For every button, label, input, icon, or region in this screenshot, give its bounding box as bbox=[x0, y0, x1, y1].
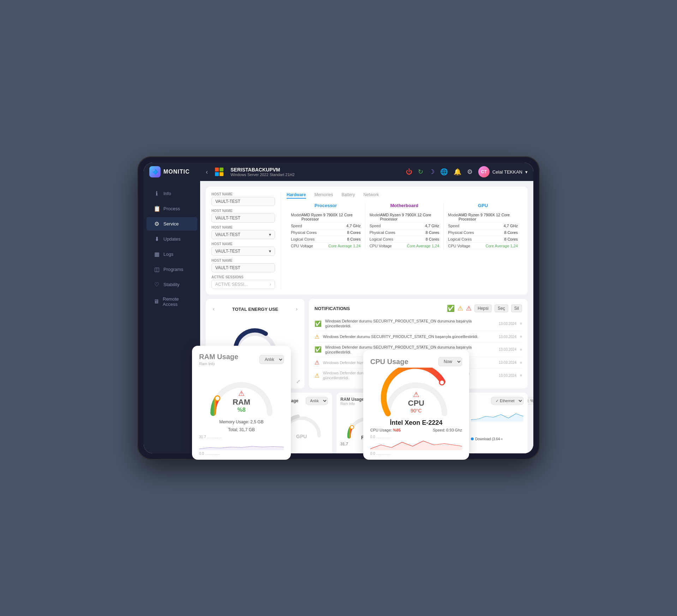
cpu-popup-label: CPU bbox=[408, 399, 424, 408]
network-eth-select[interactable]: ✓ Ethernet bbox=[491, 397, 523, 405]
sec-button[interactable]: Seç bbox=[495, 304, 508, 312]
info-panel: HOST NAME VAULT-TEST HOST NAME VAULT-TES… bbox=[206, 187, 528, 295]
field-group-2: HOST NAME VAULT-TEST bbox=[211, 209, 275, 223]
tab-memories[interactable]: Memories bbox=[314, 192, 333, 199]
host-label-4: HOST NAME bbox=[211, 242, 275, 246]
download-label: Download (3.64 ≈ bbox=[475, 437, 503, 441]
moon-icon[interactable]: ☽ bbox=[429, 168, 435, 176]
cpu-popup-usage: %85 bbox=[393, 428, 401, 432]
ram-popup-chart: 31.7 ............... 0.0 ............... bbox=[200, 435, 284, 453]
info-icon: ℹ bbox=[154, 190, 160, 197]
prev-button[interactable]: ‹ bbox=[211, 304, 216, 314]
chevron-right-icon: › bbox=[270, 282, 271, 287]
chevron-down-icon: ▾ bbox=[269, 249, 271, 254]
ram-popup-label: RAM bbox=[233, 398, 250, 407]
host-select-2[interactable]: VAULT-TEST ▾ bbox=[211, 247, 275, 256]
programs-icon: ◫ bbox=[154, 266, 160, 273]
refresh-icon[interactable]: ↻ bbox=[418, 168, 423, 176]
cpu-popup-title: CPU Usage bbox=[370, 358, 408, 366]
active-sessions-label: ACTIVE SESSIONS bbox=[211, 275, 275, 279]
panel-nav: ‹ TOTAL ENERGY USE › bbox=[211, 304, 299, 314]
main-content: HOST NAME VAULT-TEST HOST NAME VAULT-TES… bbox=[200, 181, 533, 453]
notif-red-icon: ⚠ bbox=[314, 359, 319, 366]
host-label-3: HOST NAME bbox=[211, 225, 275, 229]
tab-network[interactable]: Network bbox=[363, 192, 379, 199]
process-icon: 📋 bbox=[154, 205, 160, 212]
top-bar: 🔷 MONITIC ‹ SERISTABACKUPVM Windows Serv… bbox=[144, 163, 533, 181]
cpu-popup-info: CPU Usage: %85 Speed: 0.93 Ghz bbox=[370, 428, 462, 432]
sil-button[interactable]: Sil bbox=[511, 304, 522, 312]
sidebar-item-label: Updates bbox=[163, 236, 180, 242]
server-info: SERISTABACKUPVM Windows Server 2022 Stan… bbox=[230, 167, 295, 177]
network-widget: ✓ Ethernet Download ( bbox=[467, 393, 528, 453]
hw-row: ModelAMD Ryzen 9 7900X 12 Core Processor bbox=[448, 212, 518, 223]
sidebar-item-label: Process bbox=[163, 206, 180, 211]
tab-hardware[interactable]: Hardware bbox=[287, 192, 306, 199]
next-button[interactable]: › bbox=[294, 304, 299, 314]
gpu-title: GPU bbox=[448, 203, 518, 208]
active-sessions-field[interactable]: ACTIVE SESSI... › bbox=[211, 280, 275, 289]
stability-icon: ♡ bbox=[154, 281, 160, 288]
bell-icon[interactable]: 🔔 bbox=[454, 168, 461, 176]
sidebar-item-label: Logs bbox=[163, 252, 173, 257]
network-chart bbox=[471, 407, 523, 436]
ram-popup-header: RAM Usage Ram Info Anlık bbox=[200, 353, 284, 366]
globe-icon[interactable]: 🌐 bbox=[440, 168, 448, 176]
cpu-popup-icon: ⚠ bbox=[413, 391, 419, 398]
notif-warning-icon[interactable]: ⚠ bbox=[457, 304, 463, 312]
user-area[interactable]: CT Celal TEKKAN ▾ bbox=[478, 166, 528, 177]
cpu-popup: CPU Usage Now bbox=[363, 350, 469, 453]
ram-popup-subtitle: Ram Info bbox=[200, 362, 238, 366]
hw-row: ModelAMD Ryzen 9 7900X 12 Core Processor bbox=[370, 212, 439, 223]
notif-item: ✅ Windows Defender durumu SECURITY_PRODU… bbox=[314, 316, 522, 331]
host-input-5[interactable]: VAULT-TEST bbox=[211, 263, 275, 272]
hw-row: ModelAMD Ryzen 9 7900X 12 Core Processor bbox=[291, 212, 361, 223]
host-fields: HOST NAME VAULT-TEST HOST NAME VAULT-TES… bbox=[211, 192, 275, 289]
chevron-down-icon: ▾ bbox=[525, 169, 528, 175]
ram-popup-select[interactable]: Anlık bbox=[259, 355, 284, 364]
tab-battery[interactable]: Battery bbox=[341, 192, 355, 199]
notif-check-icon[interactable]: ✅ bbox=[447, 304, 455, 312]
notif-orange-icon: ⚠ bbox=[314, 372, 319, 379]
gpu-period-select[interactable]: Anlık bbox=[306, 397, 328, 405]
sidebar-item-process[interactable]: 📋 Process bbox=[146, 202, 197, 216]
notif-dot bbox=[520, 336, 522, 338]
host-input-1[interactable]: VAULT-TEST bbox=[211, 197, 275, 206]
sidebar-item-remote[interactable]: 🖥 Remote Access bbox=[146, 293, 197, 310]
network-legend: Download (3.64 ≈ bbox=[471, 437, 523, 441]
hw-row: Physical Cores8 Cores bbox=[448, 229, 518, 236]
notif-date: 13.03.2024 bbox=[499, 335, 516, 339]
hepsi-button[interactable]: Hepsi bbox=[474, 304, 492, 312]
svg-marker-4 bbox=[471, 413, 523, 422]
sidebar-item-programs[interactable]: ◫ Programs bbox=[146, 262, 197, 276]
processor-title: Processor bbox=[291, 203, 361, 208]
back-arrow[interactable]: ‹ bbox=[203, 167, 211, 177]
notif-alert-icon[interactable]: ⚠ bbox=[466, 304, 472, 312]
notif-item-text: Windows Defender durumu SECURITY_PRODUCT… bbox=[323, 334, 495, 339]
hw-row: CPU VoltageCore Average 1,24 bbox=[291, 243, 361, 249]
gpu-gauge-label: GPU bbox=[296, 434, 307, 439]
ram-popup-total: Total; 31,7 GB bbox=[200, 427, 284, 432]
host-input-2[interactable]: VAULT-TEST bbox=[211, 213, 275, 223]
power-icon[interactable]: ⏻ bbox=[406, 168, 412, 176]
sidebar-item-service[interactable]: ⚙ Service bbox=[146, 217, 197, 231]
settings-icon[interactable]: ⚙ bbox=[467, 168, 473, 176]
host-select-1[interactable]: VAULT-TEST ▾ bbox=[211, 230, 275, 239]
server-name: SERISTABACKUPVM bbox=[230, 167, 295, 173]
expand-button[interactable]: ⤢ bbox=[296, 379, 300, 384]
sidebar-item-updates[interactable]: ⬇ Updates bbox=[146, 232, 197, 246]
hw-tabs: Hardware Memories Battery Network bbox=[287, 192, 522, 199]
notif-green-icon: ✅ bbox=[314, 346, 322, 353]
logs-icon: ▦ bbox=[154, 251, 160, 258]
sidebar-item-logs[interactable]: ▦ Logs bbox=[146, 247, 197, 261]
hw-col-motherboard: Motherboard ModelAMD Ryzen 9 7900X 12 Co… bbox=[365, 203, 444, 249]
notif-orange-icon: ⚠ bbox=[314, 333, 319, 340]
hw-cols: Processor ModelAMD Ryzen 9 7900X 12 Core… bbox=[287, 203, 522, 249]
host-label-2: HOST NAME bbox=[211, 209, 275, 213]
ram-widget-title: RAM Usage bbox=[341, 397, 364, 402]
sidebar-item-stability[interactable]: ♡ Stability bbox=[146, 278, 197, 291]
cpu-popup-select[interactable]: Now bbox=[438, 357, 462, 366]
sidebar-item-info[interactable]: ℹ Info bbox=[146, 187, 197, 200]
svg-point-1 bbox=[350, 425, 354, 429]
svg-marker-6 bbox=[200, 446, 284, 450]
